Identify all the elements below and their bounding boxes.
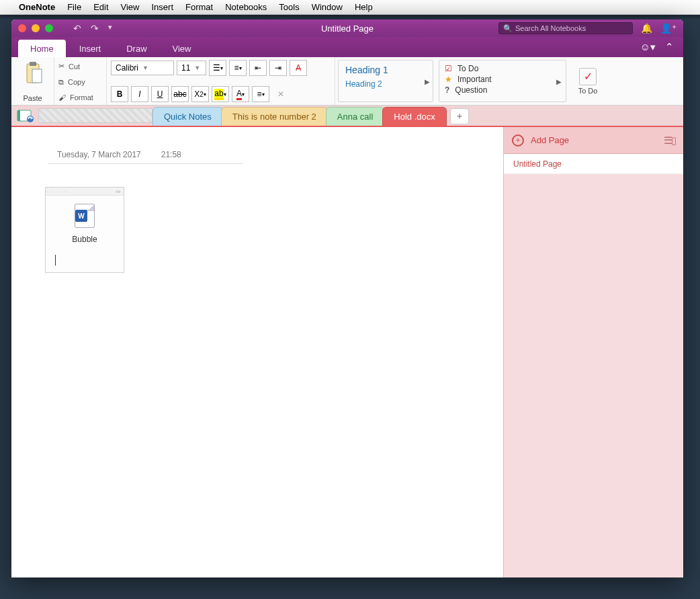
tags-gallery[interactable]: ☑To Do ★Important ?Question ▶ (439, 60, 566, 102)
tags-expand-icon[interactable]: ▶ (556, 77, 562, 85)
section-tab-hold[interactable]: Hold .docx (382, 107, 446, 126)
svg-rect-1 (30, 62, 36, 66)
add-page-icon[interactable]: ＋ (512, 134, 524, 147)
checkbox-icon: ☑ (445, 64, 452, 73)
titlebar: ↶ ↷ ▾ Untitled Page 🔍 Search All Noteboo… (11, 19, 683, 37)
notebook-icon[interactable] (15, 108, 36, 124)
font-name-select[interactable]: Calibri▼ (111, 61, 174, 75)
format-painter-button[interactable]: 🖌Format (58, 93, 102, 102)
paste-button[interactable] (21, 60, 45, 87)
notifications-icon[interactable]: 🔔 (641, 23, 652, 34)
style-heading1[interactable]: Heading 1 (345, 65, 426, 75)
search-input[interactable]: 🔍 Search All Notebooks (498, 22, 633, 34)
tag-question[interactable]: ?Question (445, 85, 560, 95)
menu-file[interactable]: File (67, 2, 81, 12)
numbering-button[interactable]: ≡▾ (229, 60, 247, 76)
app-menu[interactable]: OneNote (19, 2, 55, 12)
menu-edit[interactable]: Edit (93, 2, 108, 12)
sections-bar: Quick Notes This is note number 2 Anna c… (11, 106, 683, 127)
note-canvas[interactable]: Tuesday, 7 March 2017 21:58 · · · ·⇔ W B… (11, 127, 503, 577)
attachment-container[interactable]: · · · ·⇔ W Bubble (45, 187, 124, 273)
font-color-button[interactable]: A▾ (232, 86, 249, 102)
notebook-name[interactable] (38, 108, 152, 123)
qat-customize-icon[interactable]: ▾ (108, 23, 112, 34)
ribbon-tabs: Home Insert Draw View ☺▾ ⌃ (11, 37, 683, 57)
outdent-button[interactable]: ⇤ (249, 60, 267, 76)
add-section-button[interactable]: ＋ (450, 108, 469, 124)
subscript-button[interactable]: X2▾ (191, 86, 209, 102)
container-handle[interactable]: · · · ·⇔ (46, 188, 124, 196)
page-list-pane: ＋ Add Page ☰▯ Untitled Page (503, 127, 683, 577)
menu-notebooks[interactable]: Notebooks (225, 2, 267, 12)
minimize-button[interactable] (32, 24, 40, 32)
svg-rect-2 (32, 69, 42, 83)
brush-icon: 🖌 (58, 93, 66, 102)
share-icon[interactable]: 👤⁺ (660, 23, 676, 34)
menu-insert[interactable]: Insert (151, 2, 173, 12)
section-tab-annacall[interactable]: Anna call (326, 107, 384, 126)
clear-formatting-button[interactable]: A̶ (290, 60, 307, 76)
tag-todo[interactable]: ☑To Do (445, 63, 560, 74)
paste-label: Paste (23, 94, 42, 102)
window-title: Untitled Page (321, 24, 374, 34)
tab-insert[interactable]: Insert (67, 40, 114, 57)
tab-draw[interactable]: Draw (114, 40, 159, 57)
fullscreen-button[interactable] (45, 24, 53, 32)
note-date-row: Tuesday, 7 March 2017 21:58 (48, 147, 243, 164)
redo-icon[interactable]: ↷ (91, 23, 99, 34)
ribbon: Paste ✂Cut ⧉Copy 🖌Format Calibri▼ 11▼ ☰▾… (11, 57, 683, 106)
menu-tools[interactable]: Tools (279, 2, 299, 12)
copy-icon: ⧉ (58, 78, 64, 87)
search-icon: 🔍 (503, 24, 513, 33)
emoji-icon[interactable]: ☺▾ (640, 41, 656, 53)
todo-label: To Do (578, 87, 598, 95)
svg-rect-4 (17, 110, 20, 121)
highlight-button[interactable]: ab▾ (212, 86, 229, 102)
indent-button[interactable]: ⇥ (269, 60, 287, 76)
text-cursor (55, 255, 56, 266)
word-file-icon[interactable]: W (75, 204, 95, 228)
close-button[interactable] (18, 24, 26, 32)
menu-view[interactable]: View (121, 2, 140, 12)
note-time: 21:58 (161, 150, 181, 159)
align-button[interactable]: ≡▾ (252, 86, 269, 102)
underline-button[interactable]: U (151, 86, 169, 102)
onenote-window: ↶ ↷ ▾ Untitled Page 🔍 Search All Noteboo… (11, 19, 683, 577)
font-size-select[interactable]: 11▼ (177, 61, 206, 75)
scissors-icon: ✂ (58, 62, 64, 71)
styles-gallery[interactable]: Heading 1 Heading 2 ▶ (338, 60, 433, 102)
menu-help[interactable]: Help (355, 2, 373, 12)
strikethrough-button[interactable]: abc (171, 86, 189, 102)
undo-icon[interactable]: ↶ (73, 23, 81, 34)
window-controls (11, 24, 60, 32)
menu-format[interactable]: Format (185, 2, 213, 12)
question-icon: ? (445, 85, 449, 95)
collapse-ribbon-icon[interactable]: ⌃ (665, 41, 674, 53)
italic-button[interactable]: I (131, 86, 148, 102)
mac-menubar: OneNote File Edit View Insert Format Not… (0, 0, 700, 15)
styles-expand-icon[interactable]: ▶ (425, 77, 430, 85)
cut-button[interactable]: ✂Cut (58, 61, 102, 71)
tag-important[interactable]: ★Important (445, 74, 560, 85)
delete-button[interactable]: ✕ (272, 86, 290, 102)
todo-button[interactable]: ✓ (579, 68, 597, 85)
attachment-name: Bubble (72, 235, 97, 244)
page-list-item[interactable]: Untitled Page (504, 154, 683, 174)
tab-home[interactable]: Home (18, 40, 66, 57)
style-heading2[interactable]: Heading 2 (345, 79, 426, 89)
section-tab-note2[interactable]: This is note number 2 (221, 107, 328, 126)
bold-button[interactable]: B (111, 86, 128, 102)
section-tab-quicknotes[interactable]: Quick Notes (152, 107, 223, 126)
note-date: Tuesday, 7 March 2017 (57, 150, 141, 159)
add-page-button[interactable]: Add Page (531, 135, 569, 145)
bullets-button[interactable]: ☰▾ (209, 60, 226, 76)
page-sort-icon[interactable]: ☰▯ (664, 134, 675, 147)
content-area: Tuesday, 7 March 2017 21:58 · · · ·⇔ W B… (11, 127, 683, 577)
menu-window[interactable]: Window (312, 2, 343, 12)
tab-view[interactable]: View (161, 40, 204, 57)
search-placeholder: Search All Notebooks (515, 24, 586, 32)
copy-button[interactable]: ⧉Copy (58, 77, 102, 87)
star-icon: ★ (445, 75, 452, 84)
